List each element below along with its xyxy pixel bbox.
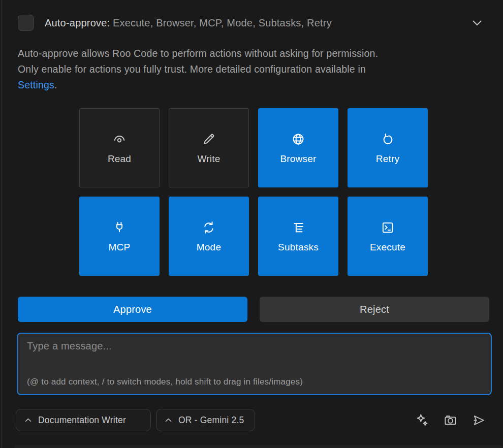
toggle-mode[interactable]: Mode: [169, 197, 249, 276]
model-selector-label: OR - Gemini 2.5: [178, 415, 244, 426]
list-tree-icon: [291, 220, 306, 235]
sparkle-icon[interactable]: [415, 413, 429, 428]
reject-button[interactable]: Reject: [260, 297, 489, 322]
toggle-label: Browser: [280, 153, 316, 165]
sync-icon: [201, 220, 216, 235]
auto-approve-toggle-grid: Read Write Browser Retry MCP: [79, 108, 428, 276]
chevron-up-icon: [165, 418, 172, 422]
panel-left-border: [1, 0, 2, 448]
toggle-label: Subtasks: [278, 242, 319, 253]
description-line-3: Settings.: [18, 77, 480, 93]
composer-actions: [415, 412, 486, 428]
auto-approve-description: Auto-approve allows Roo Code to perform …: [18, 46, 480, 93]
toggle-label: Mode: [197, 242, 221, 253]
auto-approve-summary: Execute, Browser, MCP, Mode, Subtasks, R…: [110, 17, 332, 28]
approve-button[interactable]: Approve: [18, 297, 247, 322]
auto-approve-label: Auto-approve:: [45, 17, 110, 28]
chevron-up-icon: [25, 418, 32, 422]
composer-hint: (@ to add context, / to switch modes, ho…: [27, 377, 482, 387]
toggle-execute[interactable]: Execute: [348, 197, 428, 276]
toggle-write[interactable]: Write: [169, 108, 249, 187]
description-line-2: Only enable for actions you fully trust.…: [18, 61, 480, 77]
description-line-1: Auto-approve allows Roo Code to perform …: [18, 46, 480, 61]
send-icon[interactable]: [471, 413, 486, 428]
toggle-label: Execute: [370, 242, 405, 253]
toggle-mcp[interactable]: MCP: [79, 197, 160, 276]
auto-approve-header: Auto-approve: Execute, Browser, MCP, Mod…: [18, 13, 489, 33]
chevron-down-icon[interactable]: [473, 20, 482, 26]
refresh-icon: [380, 132, 395, 147]
action-buttons: Approve Reject: [18, 297, 489, 322]
settings-suffix: .: [54, 79, 57, 90]
bottom-panel-edge: [14, 445, 503, 448]
toggle-label: Read: [108, 153, 131, 165]
mode-selector-label: Documentation Writer: [38, 415, 126, 426]
globe-icon: [291, 132, 306, 147]
message-input[interactable]: [27, 340, 482, 369]
terminal-icon: [380, 220, 395, 235]
eye-icon: [112, 132, 127, 147]
settings-link[interactable]: Settings: [18, 79, 54, 90]
toggle-label: Retry: [376, 153, 399, 165]
message-composer[interactable]: (@ to add context, / to switch modes, ho…: [17, 333, 492, 395]
pencil-icon: [201, 132, 216, 147]
plug-icon: [112, 220, 127, 235]
camera-icon[interactable]: [443, 413, 458, 428]
auto-approve-title: Auto-approve: Execute, Browser, MCP, Mod…: [45, 17, 332, 29]
toggle-read[interactable]: Read: [79, 108, 160, 187]
auto-approve-checkbox[interactable]: [18, 15, 34, 31]
toggle-label: MCP: [109, 242, 131, 253]
mode-selector[interactable]: Documentation Writer: [16, 409, 151, 431]
model-selector[interactable]: OR - Gemini 2.5: [156, 409, 255, 431]
toggle-subtasks[interactable]: Subtasks: [258, 197, 338, 276]
toggle-label: Write: [198, 153, 221, 165]
toggle-browser[interactable]: Browser: [258, 108, 338, 187]
auto-approve-panel: Auto-approve: Execute, Browser, MCP, Mod…: [0, 0, 503, 448]
toggle-retry[interactable]: Retry: [348, 108, 428, 187]
